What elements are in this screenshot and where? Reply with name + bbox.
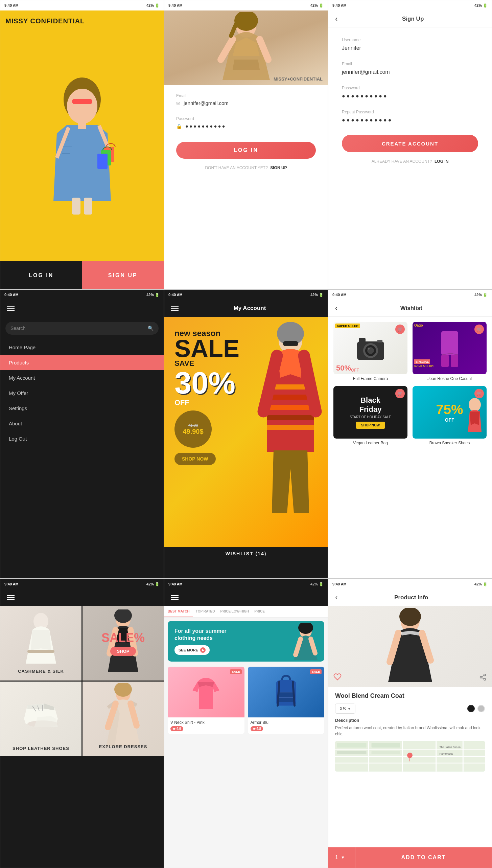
wishlist-item-camera: SUPER OFFER 50% OFF 🛒: [333, 322, 407, 381]
svg-point-1: [67, 89, 97, 124]
menu-item-home[interactable]: Home Page: [0, 340, 164, 355]
hamburger-menu[interactable]: [7, 306, 15, 311]
quantity-selector[interactable]: 1 ▼: [328, 847, 355, 868]
product-details: Wool Blend Cream Coat XS ▼ Description P…: [328, 687, 492, 777]
wishlist-back[interactable]: ‹: [335, 304, 337, 313]
filter-price-high[interactable]: PRICE: [252, 606, 267, 617]
time-8: 9:40 AM: [168, 582, 183, 586]
menu-item-logout[interactable]: Log Out: [0, 431, 164, 446]
status-bar-1: 9:40 AM 42% 🔋: [0, 0, 164, 10]
hamburger-7[interactable]: [7, 595, 15, 600]
hamburger-5[interactable]: [171, 306, 179, 311]
shirt-rating: ★ 4.9: [170, 726, 183, 731]
signup-link[interactable]: SIGN UP: [270, 165, 287, 170]
signup-title: Sign Up: [341, 16, 485, 22]
battery-5: 42% 🔋: [310, 293, 324, 297]
shop-now-button[interactable]: SHOP NOW: [174, 453, 216, 465]
product-share[interactable]: [479, 673, 487, 682]
cat-leather[interactable]: SHOP LEATHER SHOES: [0, 682, 81, 756]
color-grey[interactable]: [477, 705, 485, 712]
product-name: Wool Blend Cream Coat: [335, 692, 485, 699]
color-black[interactable]: [467, 705, 475, 712]
wishlist-item-jean: Oago SPECIAL SALE OFFER 🛒: [413, 322, 487, 381]
phone-home: 9:40 AM 42% 🔋 CASHMER: [0, 579, 164, 868]
size-selector[interactable]: XS ▼: [335, 704, 355, 714]
cat-cashmere[interactable]: CASHMERE & SILK: [0, 606, 81, 681]
search-bar[interactable]: Search 🔍: [5, 322, 159, 335]
signup-password-input[interactable]: ●●●●●●●●●●: [342, 93, 478, 102]
pink-shirt-image: [191, 672, 221, 712]
product-heart[interactable]: [333, 673, 342, 682]
see-more-arrow: ▶: [200, 647, 206, 653]
time-7: 9:40 AM: [4, 582, 19, 586]
existing-login-link[interactable]: LOG IN: [435, 159, 448, 164]
shoes-name: Brown Sneaker Shoes: [413, 441, 487, 445]
add-to-cart-button[interactable]: ADD TO CART: [355, 854, 492, 861]
camera-cart-btn[interactable]: 🛒: [395, 325, 405, 334]
login-header-image: [212, 12, 280, 83]
filter-top-rated[interactable]: TOP RATED: [193, 606, 218, 617]
svg-point-23: [368, 348, 370, 350]
myaccount-title: My Account: [179, 305, 321, 312]
time-2: 9:40 AM: [168, 3, 183, 7]
svg-rect-17: [267, 425, 314, 430]
status-bar-2: 9:40 AM 42% 🔋: [164, 0, 328, 10]
map-preview: The Italian Forum Parramatta: [335, 741, 485, 772]
menu-item-products[interactable]: Products: [0, 355, 164, 370]
cat-shop-btn[interactable]: SHOP: [110, 647, 136, 656]
username-input[interactable]: Jennifer: [342, 45, 478, 54]
phone-login: 9:40 AM 42% 🔋 MISSY●CONFIDENTIAL: [164, 0, 328, 289]
svg-text:The Italian Forum: The Italian Forum: [440, 745, 461, 749]
menu-item-offer[interactable]: My Offer: [0, 385, 164, 401]
menu-item-settings[interactable]: Settings: [0, 401, 164, 416]
status-bar-3: 9:40 AM 42% 🔋: [328, 0, 492, 10]
shoes-cart-btn[interactable]: 🛒: [474, 389, 484, 398]
login-button[interactable]: LOG IN: [0, 261, 82, 289]
svg-rect-24: [359, 338, 366, 342]
product-back[interactable]: ‹: [335, 593, 337, 602]
cashmere-image: [19, 609, 63, 667]
header-logo: MISSY●CONFIDENTIAL: [274, 76, 323, 82]
product-info-title: Product Info: [337, 594, 485, 601]
battery-4: 42% 🔋: [146, 293, 160, 297]
wishlist-count[interactable]: WISHLIST (14): [164, 547, 328, 560]
sale-model: [253, 317, 328, 547]
phone-signup: 9:40 AM 42% 🔋 ‹ Sign Up Username Jennife…: [328, 0, 492, 289]
cat-sale[interactable]: SALE% SHOP: [83, 606, 164, 681]
menu-item-account[interactable]: My Account: [0, 370, 164, 385]
email-input[interactable]: jennifer@gmail.com: [184, 100, 229, 106]
see-more-button[interactable]: SEE MORE ▶: [174, 645, 210, 655]
svg-rect-8: [84, 198, 92, 215]
dresses-image: [101, 683, 145, 751]
login-submit-button[interactable]: LOG IN: [176, 142, 316, 159]
discount-75: 75%: [436, 402, 463, 417]
password-input[interactable]: ●●●●●●●●●●: [185, 123, 226, 129]
cat-dresses[interactable]: EXPLORE DRESSES: [83, 682, 164, 756]
jean-cart-btn[interactable]: 🛒: [474, 325, 484, 334]
bag-sale-tag: SALE: [310, 669, 322, 674]
svg-line-46: [482, 677, 484, 679]
signup-email-input[interactable]: jennifer@gmail.com: [342, 69, 478, 78]
filter-tabs: BEST MATCH TOP RATED PRICE LOW-HIGH PRIC…: [164, 606, 328, 618]
create-account-button[interactable]: CREATE ACCOUNT: [342, 135, 478, 152]
svg-rect-59: [372, 751, 400, 754]
sale-percent: 30%: [174, 368, 235, 398]
camera-name: Full Frame Camera: [333, 376, 407, 381]
search-placeholder: Search: [10, 326, 148, 331]
svg-point-43: [484, 674, 486, 676]
time-5: 9:40 AM: [168, 293, 183, 297]
filter-best-match[interactable]: BEST MATCH: [164, 606, 193, 617]
svg-rect-31: [27, 650, 54, 653]
leather-label: SHOP LEATHER SHOES: [13, 746, 69, 751]
bf-shop-btn[interactable]: SHOP NOW: [356, 422, 385, 429]
model-illustration: [38, 72, 126, 218]
repeat-password-input[interactable]: ●●●●●●●●●●●: [342, 117, 478, 126]
bag-cart-btn[interactable]: 🛒: [395, 389, 405, 398]
time-3: 9:40 AM: [332, 3, 347, 7]
hamburger-8[interactable]: [171, 595, 179, 600]
email-label: Email: [176, 93, 316, 98]
menu-item-about[interactable]: About: [0, 416, 164, 431]
filter-price-low[interactable]: PRICE LOW-HIGH: [218, 606, 252, 617]
back-arrow[interactable]: ‹: [335, 15, 337, 23]
signup-button[interactable]: SIGN UP: [82, 261, 164, 289]
